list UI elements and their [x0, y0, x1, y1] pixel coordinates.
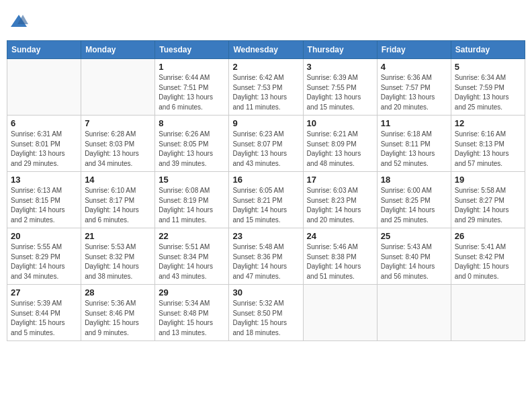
calendar-cell: 8Sunrise: 6:26 AMSunset: 8:05 PMDaylight…: [155, 116, 229, 172]
calendar-cell: 17Sunrise: 6:03 AMSunset: 8:23 PMDayligh…: [303, 172, 377, 228]
week-row-4: 20Sunrise: 5:55 AMSunset: 8:29 PMDayligh…: [7, 228, 525, 285]
day-info: Sunrise: 6:00 AMSunset: 8:25 PMDaylight:…: [381, 186, 447, 225]
day-number: 2: [232, 62, 299, 72]
calendar-cell: 2Sunrise: 6:42 AMSunset: 7:53 PMDaylight…: [229, 59, 303, 116]
calendar-cell: 19Sunrise: 5:58 AMSunset: 8:27 PMDayligh…: [451, 172, 525, 228]
day-number: 18: [381, 175, 447, 185]
day-info: Sunrise: 5:32 AMSunset: 8:50 PMDaylight:…: [232, 299, 299, 338]
day-number: 28: [85, 287, 151, 298]
day-number: 22: [159, 231, 225, 241]
day-number: 4: [381, 62, 447, 72]
day-info: Sunrise: 5:58 AMSunset: 8:27 PMDaylight:…: [455, 186, 521, 225]
day-info: Sunrise: 5:53 AMSunset: 8:32 PMDaylight:…: [85, 242, 151, 281]
calendar-cell: [7, 59, 81, 116]
weekday-header-saturday: Saturday: [451, 41, 525, 59]
day-info: Sunrise: 6:05 AMSunset: 8:21 PMDaylight:…: [232, 186, 299, 225]
day-info: Sunrise: 6:21 AMSunset: 8:09 PMDaylight:…: [307, 130, 373, 169]
day-number: 30: [232, 287, 299, 298]
week-row-3: 13Sunrise: 6:13 AMSunset: 8:15 PMDayligh…: [7, 172, 525, 228]
day-info: Sunrise: 5:39 AMSunset: 8:44 PMDaylight:…: [11, 299, 77, 338]
calendar-cell: [303, 285, 377, 341]
day-info: Sunrise: 6:36 AMSunset: 7:57 PMDaylight:…: [381, 73, 447, 112]
calendar-cell: 16Sunrise: 6:05 AMSunset: 8:21 PMDayligh…: [229, 172, 303, 228]
calendar-cell: 28Sunrise: 5:36 AMSunset: 8:46 PMDayligh…: [81, 285, 155, 341]
calendar-cell: 21Sunrise: 5:53 AMSunset: 8:32 PMDayligh…: [81, 228, 155, 285]
day-info: Sunrise: 6:23 AMSunset: 8:07 PMDaylight:…: [232, 130, 299, 169]
week-row-1: 1Sunrise: 6:44 AMSunset: 7:51 PMDaylight…: [7, 59, 525, 116]
day-info: Sunrise: 5:48 AMSunset: 8:36 PMDaylight:…: [232, 242, 299, 281]
calendar-cell: 13Sunrise: 6:13 AMSunset: 8:15 PMDayligh…: [7, 172, 81, 228]
day-info: Sunrise: 6:39 AMSunset: 7:55 PMDaylight:…: [307, 73, 373, 112]
day-info: Sunrise: 6:26 AMSunset: 8:05 PMDaylight:…: [159, 130, 225, 169]
weekday-header-tuesday: Tuesday: [155, 41, 229, 59]
day-number: 20: [11, 231, 77, 241]
day-info: Sunrise: 6:34 AMSunset: 7:59 PMDaylight:…: [455, 73, 521, 112]
week-row-2: 6Sunrise: 6:31 AMSunset: 8:01 PMDaylight…: [7, 116, 525, 172]
calendar-cell: 18Sunrise: 6:00 AMSunset: 8:25 PMDayligh…: [377, 172, 451, 228]
day-number: 8: [159, 118, 225, 128]
day-info: Sunrise: 5:51 AMSunset: 8:34 PMDaylight:…: [159, 242, 225, 281]
calendar-cell: 25Sunrise: 5:43 AMSunset: 8:40 PMDayligh…: [377, 228, 451, 285]
day-info: Sunrise: 6:10 AMSunset: 8:17 PMDaylight:…: [85, 186, 151, 225]
calendar-cell: 4Sunrise: 6:36 AMSunset: 7:57 PMDaylight…: [377, 59, 451, 116]
day-number: 27: [11, 287, 77, 298]
day-info: Sunrise: 6:18 AMSunset: 8:11 PMDaylight:…: [381, 130, 447, 169]
calendar-cell: 14Sunrise: 6:10 AMSunset: 8:17 PMDayligh…: [81, 172, 155, 228]
calendar-cell: 1Sunrise: 6:44 AMSunset: 7:51 PMDaylight…: [155, 59, 229, 116]
day-info: Sunrise: 5:43 AMSunset: 8:40 PMDaylight:…: [381, 242, 447, 281]
day-number: 17: [307, 175, 373, 185]
day-info: Sunrise: 6:08 AMSunset: 8:19 PMDaylight:…: [159, 186, 225, 225]
calendar-cell: 23Sunrise: 5:48 AMSunset: 8:36 PMDayligh…: [229, 228, 303, 285]
calendar-cell: 3Sunrise: 6:39 AMSunset: 7:55 PMDaylight…: [303, 59, 377, 116]
day-info: Sunrise: 5:55 AMSunset: 8:29 PMDaylight:…: [11, 242, 77, 281]
day-number: 1: [159, 62, 225, 72]
calendar-cell: 5Sunrise: 6:34 AMSunset: 7:59 PMDaylight…: [451, 59, 525, 116]
day-number: 13: [11, 175, 77, 185]
logo-icon: [9, 12, 28, 31]
header: [7, 7, 525, 36]
day-info: Sunrise: 5:46 AMSunset: 8:38 PMDaylight:…: [307, 242, 373, 281]
day-info: Sunrise: 6:31 AMSunset: 8:01 PMDaylight:…: [11, 130, 77, 169]
day-info: Sunrise: 6:28 AMSunset: 8:03 PMDaylight:…: [85, 130, 151, 169]
calendar-cell: [451, 285, 525, 341]
day-info: Sunrise: 6:42 AMSunset: 7:53 PMDaylight:…: [232, 73, 299, 112]
calendar-cell: 10Sunrise: 6:21 AMSunset: 8:09 PMDayligh…: [303, 116, 377, 172]
calendar-cell: 20Sunrise: 5:55 AMSunset: 8:29 PMDayligh…: [7, 228, 81, 285]
day-number: 6: [11, 118, 77, 128]
calendar-cell: [377, 285, 451, 341]
day-info: Sunrise: 5:41 AMSunset: 8:42 PMDaylight:…: [455, 242, 521, 281]
calendar-cell: 15Sunrise: 6:08 AMSunset: 8:19 PMDayligh…: [155, 172, 229, 228]
day-number: 24: [307, 231, 373, 241]
day-number: 21: [85, 231, 151, 241]
calendar-cell: 29Sunrise: 5:34 AMSunset: 8:48 PMDayligh…: [155, 285, 229, 341]
day-number: 3: [307, 62, 373, 72]
day-number: 7: [85, 118, 151, 128]
day-info: Sunrise: 5:34 AMSunset: 8:48 PMDaylight:…: [159, 299, 225, 338]
day-info: Sunrise: 6:16 AMSunset: 8:13 PMDaylight:…: [455, 130, 521, 169]
calendar-cell: 26Sunrise: 5:41 AMSunset: 8:42 PMDayligh…: [451, 228, 525, 285]
weekday-header-monday: Monday: [81, 41, 155, 59]
day-number: 12: [455, 118, 521, 128]
day-info: Sunrise: 6:03 AMSunset: 8:23 PMDaylight:…: [307, 186, 373, 225]
day-number: 26: [455, 231, 521, 241]
calendar-cell: 27Sunrise: 5:39 AMSunset: 8:44 PMDayligh…: [7, 285, 81, 341]
day-number: 29: [159, 287, 225, 298]
calendar-cell: [81, 59, 155, 116]
weekday-header-sunday: Sunday: [7, 41, 81, 59]
day-number: 10: [307, 118, 373, 128]
day-number: 16: [232, 175, 299, 185]
calendar-cell: 7Sunrise: 6:28 AMSunset: 8:03 PMDaylight…: [81, 116, 155, 172]
day-number: 11: [381, 118, 447, 128]
calendar: SundayMondayTuesdayWednesdayThursdayFrid…: [7, 40, 525, 341]
weekday-header-row: SundayMondayTuesdayWednesdayThursdayFrid…: [7, 41, 525, 59]
day-info: Sunrise: 5:36 AMSunset: 8:46 PMDaylight:…: [85, 299, 151, 338]
week-row-5: 27Sunrise: 5:39 AMSunset: 8:44 PMDayligh…: [7, 285, 525, 341]
day-number: 14: [85, 175, 151, 185]
weekday-header-wednesday: Wednesday: [229, 41, 303, 59]
calendar-cell: 9Sunrise: 6:23 AMSunset: 8:07 PMDaylight…: [229, 116, 303, 172]
calendar-cell: 24Sunrise: 5:46 AMSunset: 8:38 PMDayligh…: [303, 228, 377, 285]
logo: [9, 12, 30, 31]
weekday-header-friday: Friday: [377, 41, 451, 59]
day-number: 5: [455, 62, 521, 72]
weekday-header-thursday: Thursday: [303, 41, 377, 59]
